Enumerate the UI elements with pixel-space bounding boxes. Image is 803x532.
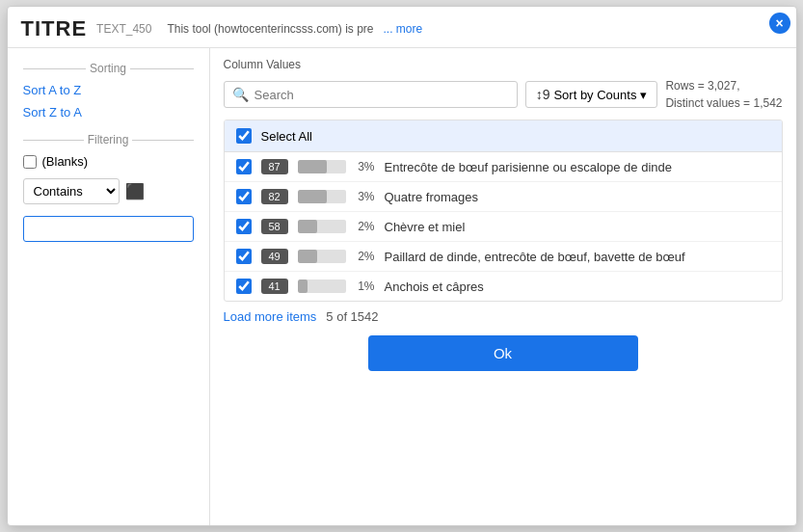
items-list: Select All 87 3% Entrecôte de bœuf paris… bbox=[224, 120, 783, 302]
pct-bar-bg bbox=[298, 279, 346, 293]
modal-header: TITRE TEXT_450 This tool (howtocenterinc… bbox=[8, 7, 796, 48]
modal-subtitle: TEXT_450 bbox=[96, 22, 151, 36]
footer-row: Load more items 5 of 1542 bbox=[224, 302, 783, 330]
item-checkbox[interactable] bbox=[236, 219, 252, 234]
pct-label: 1% bbox=[352, 279, 375, 293]
list-item: 87 3% Entrecôte de bœuf parisienne ou es… bbox=[225, 152, 782, 182]
pct-label: 3% bbox=[352, 190, 375, 203]
modal-container: TITRE TEXT_450 This tool (howtocenterinc… bbox=[7, 6, 797, 526]
sidebar: Sorting Sort A to Z Sort Z to A Filterin… bbox=[8, 48, 210, 525]
pct-bar-container: 2% bbox=[298, 220, 375, 233]
pct-bar-bg bbox=[298, 160, 346, 173]
list-item: 58 2% Chèvre et miel bbox=[225, 212, 782, 242]
pct-label: 2% bbox=[352, 250, 375, 263]
blanks-label: (Blanks) bbox=[42, 154, 89, 169]
item-text: Chèvre et miel bbox=[385, 220, 466, 234]
pct-bar-container: 3% bbox=[298, 160, 375, 173]
filter-input[interactable] bbox=[23, 216, 194, 242]
item-checkbox[interactable] bbox=[236, 189, 252, 204]
item-checkbox[interactable] bbox=[236, 159, 252, 174]
item-text: Quatre fromages bbox=[385, 190, 479, 204]
contains-select[interactable]: Contains bbox=[23, 178, 120, 204]
pct-bar-bg bbox=[298, 250, 346, 263]
count-badge: 82 bbox=[261, 189, 288, 204]
stats-text: Rows = 3,027,Distinct values = 1,542 bbox=[665, 77, 782, 112]
item-checkbox[interactable] bbox=[236, 249, 252, 264]
contains-row: Contains ⬛ bbox=[23, 178, 194, 204]
pct-bar-bg bbox=[298, 220, 346, 233]
close-button[interactable]: × bbox=[769, 13, 790, 34]
sort-button-label: Sort by Counts bbox=[553, 88, 636, 102]
main-content: Column Values 🔍 ↕9 Sort by Counts ▾ Rows… bbox=[210, 48, 796, 525]
sort-numeric-icon: ↕9 bbox=[536, 87, 550, 102]
item-text: Entrecôte de bœuf parisienne ou escalope… bbox=[385, 160, 672, 174]
search-icon: 🔍 bbox=[232, 87, 249, 102]
items-container: 87 3% Entrecôte de bœuf parisienne ou es… bbox=[225, 152, 782, 301]
modal-notice: This tool (howtocenterincsss.com) is pre bbox=[167, 22, 373, 36]
pct-bar-container: 3% bbox=[298, 190, 375, 203]
pct-bar-container: 1% bbox=[298, 279, 375, 293]
pct-bar-container: 2% bbox=[298, 250, 375, 263]
item-text: Anchois et câpres bbox=[385, 279, 484, 294]
sort-z-a-link[interactable]: Sort Z to A bbox=[23, 103, 194, 121]
pct-bar-fill bbox=[298, 160, 327, 173]
controls-row: 🔍 ↕9 Sort by Counts ▾ Rows = 3,027,Disti… bbox=[224, 77, 783, 112]
item-text: Paillard de dinde, entrecôte de bœuf, ba… bbox=[385, 250, 685, 264]
pct-bar-fill bbox=[298, 220, 317, 233]
select-all-label: Select All bbox=[261, 129, 312, 144]
modal-more-link[interactable]: ... more bbox=[384, 22, 423, 36]
item-checkbox[interactable] bbox=[236, 279, 252, 294]
pct-bar-fill bbox=[298, 250, 317, 263]
col-values-label: Column Values bbox=[224, 58, 783, 71]
blanks-row: (Blanks) bbox=[23, 154, 194, 169]
load-more-link[interactable]: Load more items bbox=[224, 309, 317, 324]
count-badge: 41 bbox=[261, 279, 288, 294]
modal-body: Sorting Sort A to Z Sort Z to A Filterin… bbox=[8, 48, 796, 525]
items-count: 5 of 1542 bbox=[326, 309, 378, 324]
count-badge: 49 bbox=[261, 249, 288, 264]
pct-label: 2% bbox=[352, 220, 375, 233]
pct-bar-bg bbox=[298, 190, 346, 203]
search-box: 🔍 bbox=[224, 81, 518, 108]
select-all-row: Select All bbox=[225, 120, 782, 152]
list-item: 82 3% Quatre fromages bbox=[225, 182, 782, 212]
filtering-section-label: Filtering bbox=[23, 133, 194, 146]
sort-button[interactable]: ↕9 Sort by Counts ▾ bbox=[525, 81, 658, 108]
pct-label: 3% bbox=[352, 160, 375, 173]
funnel-button[interactable]: ⬛ bbox=[125, 182, 145, 200]
sort-chevron-icon: ▾ bbox=[640, 88, 647, 102]
pct-bar-fill bbox=[298, 279, 308, 293]
count-badge: 87 bbox=[261, 159, 288, 174]
blanks-checkbox[interactable] bbox=[23, 155, 37, 169]
search-input[interactable] bbox=[254, 88, 509, 102]
select-all-checkbox[interactable] bbox=[236, 128, 252, 144]
list-item: 49 2% Paillard de dinde, entrecôte de bœ… bbox=[225, 242, 782, 272]
funnel-icon: ⬛ bbox=[125, 183, 145, 200]
pct-bar-fill bbox=[298, 190, 327, 203]
count-badge: 58 bbox=[261, 219, 288, 234]
list-item: 41 1% Anchois et câpres bbox=[225, 272, 782, 301]
ok-button[interactable]: Ok bbox=[368, 335, 638, 371]
sorting-section-label: Sorting bbox=[23, 62, 194, 75]
modal-title: TITRE bbox=[21, 16, 88, 41]
sort-a-z-link[interactable]: Sort A to Z bbox=[23, 81, 194, 99]
